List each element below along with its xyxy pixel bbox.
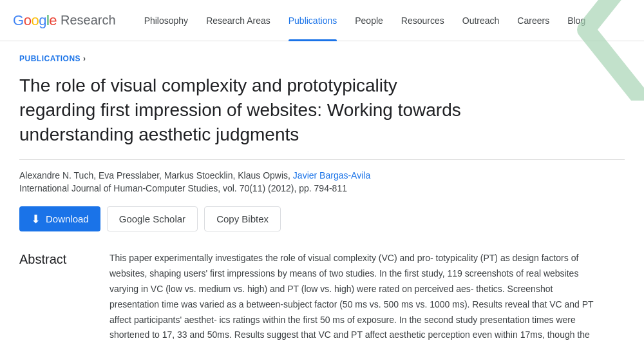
paper-title: The role of visual complexity and protot… [19, 74, 470, 146]
download-label: Download [46, 213, 89, 224]
nav-resources[interactable]: Resources [392, 0, 453, 41]
download-button[interactable]: ⬇ Download [19, 206, 100, 231]
copy-bibtex-button[interactable]: Copy Bibtex [204, 206, 281, 231]
journal-line: International Journal of Human-Computer … [19, 183, 625, 193]
google-scholar-button[interactable]: Google Scholar [107, 206, 198, 231]
main-nav: Philosophy Research Areas Publications P… [135, 0, 595, 41]
nav-outreach[interactable]: Outreach [453, 0, 509, 41]
logo-link[interactable]: Google Research [13, 12, 116, 29]
google-wordmark: Google [13, 12, 57, 29]
abstract-heading: Abstract [19, 251, 84, 343]
breadcrumb[interactable]: PUBLICATIONS [19, 54, 625, 63]
nav-publications[interactable]: Publications [279, 0, 346, 41]
nav-careers[interactable]: Careers [508, 0, 558, 41]
abstract-body: This paper experimentally investigates t… [109, 251, 599, 343]
journal-name: International Journal of Human-Computer … [19, 183, 218, 193]
action-buttons: ⬇ Download Google Scholar Copy Bibtex [19, 206, 625, 231]
nav-research-areas[interactable]: Research Areas [197, 0, 279, 41]
authors-plain: Alexandre N. Tuch, Eva Presslaber, Marku… [19, 170, 293, 181]
title-divider [19, 159, 625, 160]
author-link[interactable]: Javier Bargas-Avila [293, 170, 370, 181]
scholar-label: Google Scholar [119, 213, 185, 224]
research-wordmark: Research [61, 13, 116, 28]
site-header: Google Research Philosophy Research Area… [0, 0, 644, 41]
main-content: PUBLICATIONS The role of visual complexi… [0, 41, 644, 343]
journal-rest: , vol. 70(11) (2012), pp. 794-811 [218, 183, 347, 193]
authors-line: Alexandre N. Tuch, Eva Presslaber, Marku… [19, 170, 625, 181]
abstract-section: Abstract This paper experimentally inves… [19, 251, 625, 343]
download-icon: ⬇ [31, 213, 41, 225]
bibtex-label: Copy Bibtex [216, 213, 269, 224]
nav-people[interactable]: People [346, 0, 392, 41]
nav-philosophy[interactable]: Philosophy [135, 0, 198, 41]
